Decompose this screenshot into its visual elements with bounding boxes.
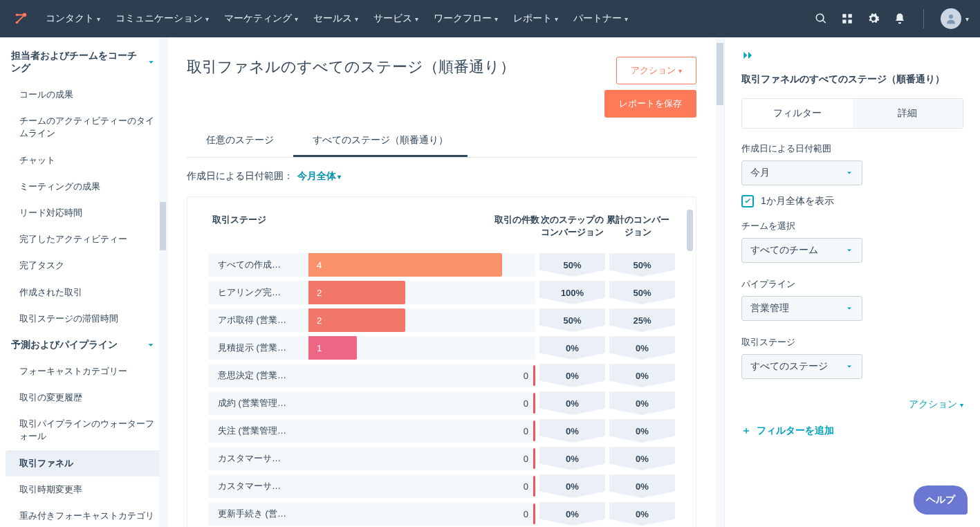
sidebar-item[interactable]: リード対応時間 <box>0 200 167 226</box>
funnel-row: カスタマーサ… 0 0% 0% <box>208 472 675 500</box>
col-count: 取引の件数 <box>488 214 539 239</box>
select-dealstage-value: すべてのステージ <box>750 360 828 373</box>
chevron-down-icon <box>146 340 156 350</box>
col-next-conv: 次のステップのコンバージョン <box>539 214 605 239</box>
stage-name: 失注 (営業管理… <box>208 425 298 437</box>
sidebar-item[interactable]: 完了したアクティビティー <box>0 226 167 252</box>
conversion-cell: 0% <box>539 474 605 498</box>
label-team: チームを選択 <box>741 220 963 232</box>
conversion-cell: 100% <box>539 281 605 304</box>
help-button[interactable]: ヘルプ <box>914 486 968 515</box>
sidebar-item[interactable]: 取引ステージの滞留時間 <box>0 306 167 332</box>
action-button-label: アクション <box>631 64 676 77</box>
funnel-row: カスタマーサ… 0 0% 0% <box>208 445 675 472</box>
checkbox-label: 1か月全体を表示 <box>761 195 834 207</box>
nav-item[interactable]: セールス▾ <box>308 8 364 29</box>
checkbox-full-month[interactable]: 1か月全体を表示 <box>741 195 963 207</box>
sidebar-item[interactable]: 取引の変更履歴 <box>0 385 167 411</box>
svg-rect-4 <box>849 14 852 17</box>
bell-icon[interactable] <box>893 12 907 26</box>
caret-down-icon: ▾ <box>678 67 682 75</box>
select-pipeline[interactable]: 営業管理 <box>741 296 862 321</box>
nav-item[interactable]: ワークフロー▾ <box>428 8 503 29</box>
sidebar-group-forecast[interactable]: 予測およびパイプライン <box>0 332 167 358</box>
conversion-cell: 50% <box>539 308 605 332</box>
gear-icon[interactable] <box>867 12 880 26</box>
conversion-cell: 50% <box>539 253 605 277</box>
sidebar-item[interactable]: 重み付きフォーキャストカテゴリー <box>0 503 167 527</box>
chevron-down-icon: ▾ <box>295 15 298 23</box>
conversion-cell: 0% <box>609 447 675 470</box>
select-team[interactable]: すべてのチーム <box>741 238 862 263</box>
panel-scrollbar[interactable] <box>687 210 693 251</box>
main-area: 取引ファネルのすべてのステージ（順番通り） アクション ▾ レポートを保存 任意… <box>167 37 980 527</box>
nav-item[interactable]: パートナー▾ <box>568 8 634 29</box>
stage-name: 成約 (営業管理… <box>208 397 298 409</box>
stage-name: アポ取得 (営業… <box>208 314 298 326</box>
right-pane-title: 取引ファネルのすべてのステージ（順番通り） <box>741 73 963 86</box>
sidebar-item[interactable]: 作成された取引 <box>0 279 167 306</box>
plus-icon: ＋ <box>741 425 751 437</box>
select-pipeline-value: 営業管理 <box>750 302 789 315</box>
collapse-pane-icon[interactable] <box>741 50 963 64</box>
nav-item[interactable]: レポート▾ <box>508 8 564 29</box>
add-filter-button[interactable]: ＋ フィルターを追加 <box>741 425 963 437</box>
select-dealstage[interactable]: すべてのステージ <box>741 354 862 379</box>
tab-details[interactable]: 詳細 <box>853 99 963 128</box>
col-cum-conv: 累計のコンバージョン <box>605 214 671 239</box>
select-date-value: 今月 <box>750 167 770 179</box>
sidebar-item[interactable]: 完了タスク <box>0 252 167 279</box>
account-menu[interactable]: ▾ <box>941 8 969 29</box>
funnel-row: 成約 (営業管理… 0 0% 0% <box>208 389 675 417</box>
svg-rect-6 <box>849 20 852 24</box>
stage-name: カスタマーサ… <box>208 452 298 465</box>
chevron-down-icon: ▾ <box>415 15 418 23</box>
funnel-panel: 取引ステージ 取引の件数 次のステップのコンバージョン 累計のコンバージョン す… <box>187 196 696 527</box>
stage-name: 更新手続き (営… <box>208 508 298 520</box>
nav-item[interactable]: コンタクト▾ <box>40 8 106 29</box>
marketplace-icon[interactable] <box>840 12 854 26</box>
hubspot-logo-icon[interactable] <box>11 9 30 28</box>
caret-down-icon <box>845 362 853 371</box>
nav-item[interactable]: マーケティング▾ <box>219 8 304 29</box>
conversion-cell: 25% <box>609 308 675 332</box>
sidebar-item[interactable]: チームのアクティビティーのタイムライン <box>0 108 167 147</box>
conversion-cell: 0% <box>539 447 605 470</box>
conversion-cell: 0% <box>609 336 675 360</box>
sidebar-item[interactable]: チャット <box>0 147 167 174</box>
sidebar-item[interactable]: 取引時期変更率 <box>0 477 167 503</box>
sidebar-item[interactable]: コールの成果 <box>0 82 167 108</box>
tab-all-stages[interactable]: すべてのステージ（順番通り） <box>293 126 468 157</box>
chevron-down-icon: ▾ <box>97 15 100 23</box>
date-filter-value[interactable]: 今月全体▾ <box>297 170 341 183</box>
stage-name: すべての作成… <box>208 259 298 271</box>
conversion-cell: 0% <box>609 419 675 443</box>
sidebar-item[interactable]: フォーキャストカテゴリー <box>0 358 167 385</box>
caret-down-icon <box>845 169 853 177</box>
sidebar-scrollbar[interactable] <box>159 37 167 527</box>
date-filter-label: 作成日による日付範囲： <box>187 170 293 183</box>
nav-item[interactable]: サービス▾ <box>368 8 424 29</box>
sidebar: 担当者およびチームをコーチング コールの成果チームのアクティビティーのタイムライ… <box>0 37 167 527</box>
chevron-down-icon: ▾ <box>494 15 498 23</box>
right-pane: 取引ファネルのすべてのステージ（順番通り） フィルター 詳細 作成日による日付範… <box>724 37 980 527</box>
select-date[interactable]: 今月 <box>741 160 862 185</box>
right-action-menu[interactable]: アクション▾ <box>741 398 963 411</box>
top-nav: コンタクト▾コミュニケーション▾マーケティング▾セールス▾サービス▾ワークフロー… <box>0 0 980 37</box>
sidebar-item[interactable]: 取引パイプラインのウォーターフォール <box>0 411 167 450</box>
sidebar-item[interactable]: ミーティングの成果 <box>0 174 167 200</box>
conversion-cell: 50% <box>609 281 675 304</box>
nav-item[interactable]: コミュニケーション▾ <box>110 8 214 29</box>
stage-name: カスタマーサ… <box>208 480 298 492</box>
tab-filter[interactable]: フィルター <box>742 99 853 128</box>
funnel-row: アポ取得 (営業… 2 50% 25% <box>208 306 675 334</box>
search-icon[interactable] <box>814 12 828 26</box>
conversion-cell: 0% <box>609 391 675 415</box>
label-dealstage: 取引ステージ <box>741 336 963 349</box>
save-report-button[interactable]: レポートを保存 <box>604 90 696 118</box>
main-scrollbar[interactable] <box>716 37 724 527</box>
tab-any-stage[interactable]: 任意のステージ <box>187 126 293 157</box>
sidebar-group-coaching[interactable]: 担当者およびチームをコーチング <box>0 43 167 82</box>
sidebar-item[interactable]: 取引ファネル <box>6 450 161 477</box>
action-button[interactable]: アクション ▾ <box>616 57 696 84</box>
